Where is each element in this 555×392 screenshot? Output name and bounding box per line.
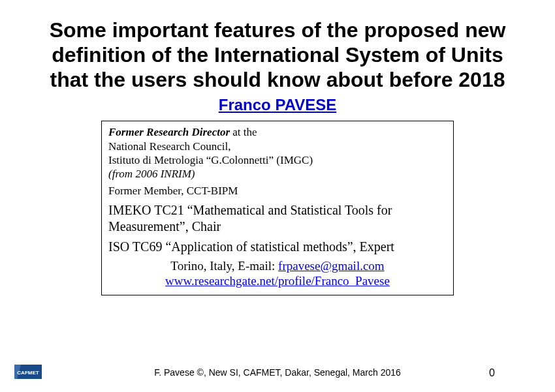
- slide: Some important features of the proposed …: [0, 0, 555, 392]
- org-line-1: National Research Council,: [108, 140, 447, 153]
- author-name[interactable]: Franco PAVESE: [219, 96, 337, 114]
- profile-url-link[interactable]: www.researchgate.net/profile/Franco_Pave…: [165, 274, 390, 288]
- org2-quote: “G.Colonnetti”: [206, 154, 274, 166]
- page-number: 0: [489, 367, 495, 379]
- url-line: www.researchgate.net/profile/Franco_Pave…: [108, 273, 447, 290]
- cafmet-logo: CAFMET: [14, 363, 42, 380]
- from-line: (from 2006 INRIM): [108, 167, 447, 181]
- org-line-2: Istituto di Metrologia “G.Colonnetti” (I…: [108, 153, 447, 167]
- member-line: Former Member, CCT-BIPM: [108, 184, 447, 198]
- contact-line: Torino, Italy, E-mail: frpavese@gmail.co…: [108, 259, 447, 273]
- contact-prefix: Torino, Italy, E-mail:: [170, 259, 278, 273]
- role-line: Former Research Director at the: [108, 125, 447, 139]
- slide-title: Some important features of the proposed …: [39, 18, 516, 92]
- info-box: Former Research Director at the National…: [101, 121, 454, 295]
- logo-text: CAFMET: [17, 370, 39, 376]
- role-suffix: at the: [230, 126, 257, 138]
- email-link[interactable]: frpavese@gmail.com: [278, 259, 385, 273]
- iso-line: ISO TC69 “Application of statistical met…: [108, 239, 447, 255]
- org2-prefix: Istituto di Metrologia: [108, 154, 206, 166]
- org2-suffix: (IMGC): [274, 154, 313, 166]
- footer-text: F. Pavese ©, New SI, CAFMET, Dakar, Sene…: [0, 367, 555, 378]
- role-bold: Former Research Director: [108, 126, 230, 138]
- imeko-line: IMEKO TC21 “Mathematical and Statistical…: [108, 202, 447, 235]
